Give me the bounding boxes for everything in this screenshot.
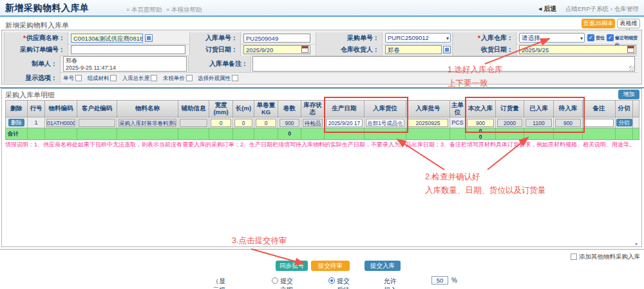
breadcrumb-app[interactable]: 点晴ERP子系统 (565, 5, 609, 12)
maker-time: 2025-9-25 11:47:14 (66, 65, 184, 72)
receiver-picker-icon[interactable] (443, 46, 451, 54)
form-row-1: *供应商名称： C00130&测试供应商0818 入库单号： PU2509049… (4, 32, 638, 45)
page-title: 新增采购物料入库单 (5, 3, 90, 14)
submit-inbound-button[interactable]: 提交入库 (365, 261, 401, 271)
checkbox-icon[interactable] (151, 75, 157, 81)
breadcrumb: 点晴ERP子系统 › 仓库管理 (565, 5, 639, 14)
column-header: 宽度(mm) (209, 101, 233, 117)
ratio-unit: % (451, 277, 457, 284)
column-header: 库存状态 (301, 101, 325, 117)
cell-batch-no-input[interactable]: 20250925 (408, 119, 448, 127)
scroll-down-icon[interactable]: ▾ (635, 241, 638, 247)
annotation-note1-line1: 1.选好入库仓库 (448, 65, 502, 75)
column-header: 删除 (6, 101, 28, 117)
back-link[interactable]: ◀ 后退 (538, 5, 556, 14)
module-help-link[interactable]: » 本模块帮助 (166, 6, 202, 14)
display-options-label: 显示选项： (4, 72, 61, 83)
breadcrumb-section[interactable]: 仓库管理 (614, 5, 639, 12)
delete-row-button[interactable]: 删除 (8, 119, 24, 126)
back-label: 后退 (544, 5, 556, 12)
supplier-label: *供应商名称： (4, 32, 68, 44)
cell-unit: PCS (450, 117, 466, 128)
page: 新增采购物料入库单 » 本页面帮助 » 本模块帮助 ◀ 后退 点晴ERP子系统 … (0, 0, 644, 289)
display-option-danhao: 单号 (63, 75, 86, 81)
column-header: 物料编码 (45, 101, 77, 117)
cell-aux-info (180, 119, 207, 127)
cell-roll-weight-input[interactable]: 0 (256, 119, 276, 127)
cell-width-input[interactable]: 0 (211, 119, 231, 127)
table-maintain-button[interactable]: 表格维护 (617, 19, 640, 28)
column-header: 入库批号 (406, 101, 450, 117)
slot-checkbox[interactable]: ✓ (587, 34, 594, 41)
form-row-4: 显示选项： 单号 组成材料 入库总长度 未税单价 选择外观属性 (4, 72, 638, 83)
cell-length-input[interactable]: 0 (234, 119, 252, 127)
split-row-button[interactable]: 分切 (616, 119, 632, 126)
detail-section-title: 采购入库单明细 (5, 90, 55, 100)
cell-remark-input[interactable] (584, 119, 614, 127)
column-header: 分切 (616, 101, 633, 117)
ratio-input[interactable] (431, 276, 448, 284)
radio-immediate-label: 提交立即入库、 (280, 277, 293, 289)
calendar-icon[interactable] (627, 46, 634, 53)
annotation-note2-line2: 入库数量、日期、货位以及订货量 (425, 185, 546, 196)
column-header: 行号 (28, 101, 45, 117)
page-js-script-button[interactable]: 页面JS脚本 (582, 19, 615, 28)
inbound-no-input[interactable]: PU2509049 (243, 34, 310, 43)
display-option-price: 未税单价 (163, 75, 196, 81)
form-row-3: 制单人： 郑春 2025-9-25 11:47:14 入库单备注： (4, 55, 638, 73)
display-option-appearance: 选择外观属性 (198, 75, 242, 81)
checkbox-icon[interactable] (186, 75, 193, 81)
cell-rolls: 900 (279, 119, 299, 127)
required-mark: * (23, 35, 26, 42)
receive-date-label: 收货日期： (452, 44, 516, 55)
checkbox-icon[interactable] (110, 75, 117, 81)
column-header: 辅助信息 (178, 101, 209, 117)
chevron-down-icon: ▾ (580, 34, 583, 43)
column-header: 长(m) (233, 101, 254, 117)
radio-review-selected[interactable] (328, 277, 335, 284)
receive-date-input[interactable]: 2025/9/25 (519, 45, 636, 54)
total-label: 合计 (6, 128, 28, 139)
order-date-input[interactable]: 2025/9/20 (243, 45, 310, 54)
submit-review-button[interactable]: 提交待审 (311, 261, 350, 271)
supplier-picker-icon[interactable] (145, 34, 153, 42)
purchase-no-select[interactable]: PURC2509012▾ (385, 33, 451, 43)
receiver-input[interactable]: 郑春 (385, 45, 442, 54)
add-other-checkbox-label: 添加其他物料采购入库 (579, 253, 640, 261)
cell-material-name: 采购入库封装非卷料测试 (118, 119, 176, 127)
cell-material-code: 01ATH00005 (46, 119, 75, 127)
radio-review-label: 提交后待审核） (337, 277, 350, 289)
slot-checkbox-label: 货位 (596, 34, 605, 41)
resize-handle-icon[interactable] (629, 66, 634, 71)
cell-line-no: 1 (28, 117, 45, 128)
column-header (633, 101, 639, 117)
breadcrumb-separator: › (611, 5, 612, 12)
instructions-text: 填报说明：1、供应商名称处如果下拉框中无法选取，则表示当前没有需要入库的采购订单… (5, 141, 640, 149)
page-help-link[interactable]: » 本页面帮助 (126, 6, 162, 14)
checkbox-icon[interactable] (232, 75, 238, 81)
supplier-input[interactable]: C00130&测试供应商0818 (71, 34, 143, 43)
column-header: 备注 (583, 101, 616, 117)
highlight-box-quantities (465, 97, 585, 133)
column-header: 单卷重KG (254, 101, 278, 117)
warehouse-select[interactable]: 请选择▾ (519, 33, 585, 43)
footer-divider (0, 249, 644, 250)
maker-value: 郑春 2025-9-25 11:47:14 (63, 56, 187, 72)
fix-slot-checkbox[interactable]: ✓ (607, 34, 614, 41)
calendar-icon[interactable] (301, 46, 308, 53)
add-other-checkbox[interactable] (571, 254, 577, 260)
radio-immediate-inbound[interactable] (272, 277, 278, 284)
form-section-title: 新增采购物料入库单 (5, 21, 69, 30)
remark-textarea[interactable] (252, 56, 635, 72)
maker-label: 制单人： (4, 55, 61, 72)
cell-customer-code (79, 119, 115, 127)
annotation-note3: 3.点击提交待审 (232, 235, 287, 246)
column-header: 卷数 (278, 101, 301, 117)
checkbox-icon[interactable] (75, 75, 82, 81)
column-header: 物料名称 (117, 101, 178, 117)
order-no-input[interactable] (71, 45, 185, 54)
options-prefix: （显示提交按钮： (213, 277, 225, 289)
purchase-no-label: 采购单号： (316, 32, 383, 44)
sync-batch-button[interactable]: 同步批号 (276, 261, 308, 271)
add-row-button[interactable]: 增加 (618, 90, 639, 99)
